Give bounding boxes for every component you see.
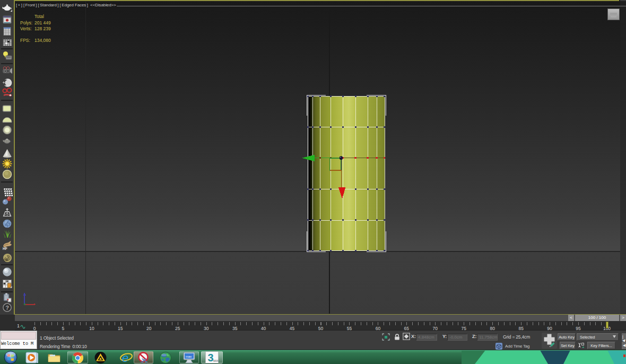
svg-text:HF: HF <box>3 247 7 250</box>
svg-text:3: 3 <box>208 352 214 363</box>
svg-text:e: e <box>122 351 128 364</box>
svg-text:1: 1 <box>17 323 20 328</box>
svg-text:?: ? <box>5 305 9 311</box>
svg-text:MAX: MAX <box>213 360 219 362</box>
svg-text:max: max <box>186 355 192 358</box>
svg-text:CO: CO <box>3 258 8 262</box>
